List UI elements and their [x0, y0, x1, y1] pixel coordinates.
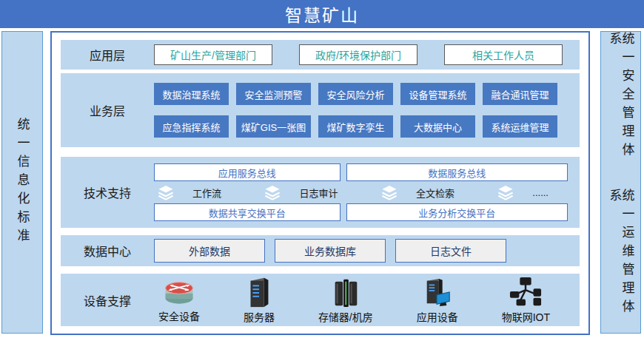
business-analysis-platform: 业务分析交换平台 — [346, 203, 568, 221]
data-sharing-platform: 数据共享交换平台 — [154, 203, 341, 221]
service-bus-row: 应用服务总线 数据服务总线 — [154, 163, 568, 181]
biz-btn-digital-twin: 煤矿数字孪生 — [318, 115, 393, 138]
layer-data-center-label: 数据中心 — [61, 242, 154, 260]
left-pillar-label: 统一信息化标准 — [16, 118, 29, 247]
layers-icon — [157, 185, 175, 200]
middleware-workflow-label: 工作流 — [192, 186, 221, 200]
middleware-workflow: 工作流 — [157, 185, 221, 200]
layers-icon — [497, 185, 514, 200]
right-pillar-label-security: 统一安全管理体系 — [608, 32, 634, 177]
layer-business: 业务层 数据治理系统 安全监测预警 安全风险分析 设备管理系统 融合通讯管理 应… — [61, 73, 580, 147]
device-storage-label: 存储器/机房 — [318, 309, 373, 324]
middleware-more-label: ...... — [532, 187, 549, 198]
data-box-external-data: 外部数据 — [154, 239, 265, 263]
device-application: 应用设备 — [417, 276, 458, 324]
biz-btn-system-ops: 系统运维管理 — [483, 115, 557, 138]
iot-network-icon — [508, 276, 543, 308]
biz-btn-risk-analysis: 安全风险分析 — [318, 83, 393, 105]
biz-btn-comm-mgmt: 融合通讯管理 — [483, 83, 557, 105]
app-box-government-env: 政府/环境保护部门 — [299, 44, 417, 65]
layers-icon — [264, 185, 281, 200]
device-application-label: 应用设备 — [417, 309, 458, 324]
layer-device-support-content: 安全设备 服务器 — [154, 276, 580, 324]
security-device-icon — [161, 277, 197, 308]
data-box-log-files: 日志文件 — [395, 239, 506, 263]
layer-application: 应用层 矿山生产/管理部门 政府/环境保护部门 相关工作人员 — [61, 40, 580, 70]
layer-data-center: 数据中心 外部数据 业务数据库 日志文件 — [61, 235, 580, 266]
layer-device-support-label: 设备支撑 — [61, 291, 154, 309]
layer-data-center-content: 外部数据 业务数据库 日志文件 — [154, 239, 580, 263]
biz-btn-safety-monitoring: 安全监测预警 — [236, 83, 311, 105]
middleware-row: 工作流 日志审计 — [154, 185, 568, 200]
biz-btn-big-data-center: 大数据中心 — [400, 115, 475, 138]
middleware-fulltext-search: 全文检索 — [380, 185, 455, 200]
app-box-mine-production: 矿山生产/管理部门 — [154, 44, 272, 65]
layer-application-content: 矿山生产/管理部门 政府/环境保护部门 相关工作人员 — [154, 44, 589, 65]
biz-btn-equipment-mgmt: 设备管理系统 — [400, 83, 475, 105]
main-panel: 应用层 矿山生产/管理部门 政府/环境保护部门 相关工作人员 业务层 数据治理系… — [50, 31, 590, 335]
device-iot: 物联网IOT — [502, 276, 550, 324]
right-pillar-unified-systems: 统一安全管理体系 统一运维管理体系 — [600, 31, 641, 334]
storage-rack-icon — [331, 276, 360, 308]
device-server-label: 服务器 — [244, 309, 275, 324]
layer-tech-support-content: 应用服务总线 数据服务总线 工作流 — [154, 157, 580, 228]
middleware-log-audit: 日志审计 — [264, 185, 338, 200]
layers-icon — [380, 185, 398, 200]
data-service-bus: 数据服务总线 — [346, 163, 568, 181]
data-box-business-db: 业务数据库 — [275, 239, 386, 263]
device-server: 服务器 — [244, 276, 275, 324]
app-device-icon — [423, 276, 452, 308]
biz-btn-emergency-command: 应急指挥系统 — [154, 115, 229, 138]
app-box-related-staff: 相关工作人员 — [444, 44, 563, 65]
server-icon — [246, 276, 272, 308]
biz-btn-gis-map: 煤矿GIS一张图 — [236, 115, 311, 138]
layer-business-label: 业务层 — [61, 101, 154, 119]
layer-tech-support-label: 技术支持 — [61, 183, 154, 201]
smart-mine-diagram: 智慧矿山 统一信息化标准 统一安全管理体系 统一运维管理体系 应用层 矿山生产/… — [0, 0, 644, 338]
middleware-more: ...... — [497, 185, 549, 200]
device-storage: 存储器/机房 — [318, 276, 373, 324]
layer-device-support: 设备支撑 安全设备 — [61, 274, 580, 326]
left-pillar-unified-info-standard: 统一信息化标准 — [1, 31, 43, 334]
middleware-log-audit-label: 日志审计 — [299, 186, 338, 200]
app-service-bus: 应用服务总线 — [154, 163, 341, 181]
middleware-fulltext-search-label: 全文检索 — [416, 186, 455, 200]
business-row-1: 数据治理系统 安全监测预警 安全风险分析 设备管理系统 融合通讯管理 — [154, 83, 557, 105]
layer-application-label: 应用层 — [61, 46, 154, 64]
device-security: 安全设备 — [158, 277, 200, 323]
business-row-2: 应急指挥系统 煤矿GIS一张图 煤矿数字孪生 大数据中心 系统运维管理 — [154, 115, 557, 138]
layer-tech-support: 技术支持 应用服务总线 数据服务总线 工作流 — [61, 157, 580, 228]
exchange-platform-row: 数据共享交换平台 业务分析交换平台 — [154, 203, 568, 221]
layer-business-content: 数据治理系统 安全监测预警 安全风险分析 设备管理系统 融合通讯管理 应急指挥系… — [154, 83, 580, 138]
page-title: 智慧矿山 — [0, 0, 644, 28]
device-iot-label: 物联网IOT — [502, 309, 550, 324]
device-security-label: 安全设备 — [158, 308, 200, 323]
right-pillar-label-ops: 统一运维管理体系 — [608, 189, 634, 334]
biz-btn-data-governance: 数据治理系统 — [154, 83, 229, 105]
